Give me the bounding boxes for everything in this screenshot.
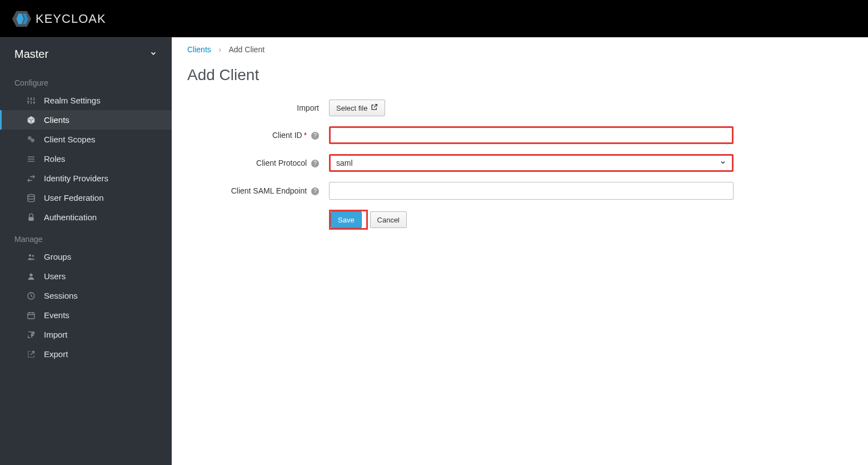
sidebar-item-label: Client Scopes [44, 135, 96, 144]
sidebar: Master Configure Realm Settings Clients … [0, 37, 172, 465]
form-row-saml-endpoint: Client SAML Endpoint ? [187, 182, 852, 200]
brand-name: KEYCLOAK [36, 12, 106, 26]
sidebar-item-label: Events [44, 310, 69, 320]
svg-point-22 [32, 255, 34, 256]
database-icon [26, 194, 36, 202]
sidebar-item-label: Clients [44, 115, 69, 125]
svg-point-21 [29, 254, 31, 256]
breadcrumb-parent-link[interactable]: Clients [187, 45, 211, 54]
top-header: KEYCLOAK [0, 0, 868, 37]
breadcrumb-current: Add Client [228, 45, 265, 54]
save-highlight: Save [329, 210, 368, 230]
import-label: Import [187, 103, 329, 112]
saml-endpoint-input[interactable] [329, 182, 734, 200]
main-content: Clients › Add Client Add Client Import S… [172, 37, 868, 465]
sidebar-item-roles[interactable]: Roles [0, 149, 172, 169]
help-icon[interactable]: ? [311, 160, 319, 167]
sidebar-item-identity-providers[interactable]: Identity Providers [0, 169, 172, 188]
brand-logo[interactable]: KEYCLOAK [11, 8, 106, 29]
sidebar-section-configure: Configure [0, 71, 172, 91]
sidebar-item-label: Groups [44, 252, 71, 261]
save-button[interactable]: Save [331, 211, 362, 228]
sidebar-item-export[interactable]: Export [0, 344, 172, 364]
sidebar-item-import[interactable]: Import [0, 325, 172, 344]
sidebar-item-realm-settings[interactable]: Realm Settings [0, 91, 172, 110]
page-title: Add Client [187, 66, 852, 84]
exchange-icon [26, 174, 36, 183]
sidebar-item-label: Users [44, 271, 66, 281]
chevron-down-icon [149, 50, 157, 59]
sidebar-item-label: Sessions [44, 291, 78, 300]
breadcrumb: Clients › Add Client [187, 45, 852, 54]
svg-rect-25 [28, 313, 34, 319]
sidebar-item-user-federation[interactable]: User Federation [0, 188, 172, 207]
help-icon[interactable]: ? [311, 132, 319, 140]
select-file-button[interactable]: Select file [329, 100, 385, 116]
svg-point-13 [31, 138, 34, 142]
sidebar-item-label: Authentication [44, 212, 97, 222]
form-row-client-protocol: Client Protocol ? saml [187, 154, 852, 172]
svg-point-19 [28, 194, 34, 196]
lock-icon [26, 213, 36, 222]
svg-line-32 [31, 351, 34, 354]
sidebar-item-label: Import [44, 330, 68, 339]
client-protocol-select[interactable]: saml [329, 154, 734, 172]
list-icon [26, 155, 36, 164]
user-icon [26, 272, 36, 281]
external-file-icon [371, 103, 378, 112]
svg-rect-20 [28, 217, 33, 221]
sidebar-item-users[interactable]: Users [0, 266, 172, 286]
export-icon [26, 350, 36, 359]
sliders-icon [26, 96, 36, 105]
sidebar-item-label: User Federation [44, 193, 104, 202]
client-id-label: Client ID* ? [187, 131, 329, 140]
realm-selector[interactable]: Master [0, 38, 172, 71]
form-row-import: Import Select file [187, 100, 852, 116]
svg-line-33 [374, 105, 377, 107]
sidebar-item-label: Export [44, 349, 68, 359]
calendar-icon [26, 311, 36, 320]
sidebar-item-label: Realm Settings [44, 96, 101, 105]
sidebar-section-manage: Manage [0, 227, 172, 247]
svg-point-23 [29, 273, 32, 276]
sidebar-item-label: Identity Providers [44, 174, 108, 183]
sidebar-item-sessions[interactable]: Sessions [0, 286, 172, 305]
scopes-icon [26, 135, 36, 144]
realm-name: Master [14, 48, 48, 61]
sidebar-item-label: Roles [44, 154, 65, 164]
form-row-actions: Save Cancel [187, 210, 852, 230]
keycloak-logo-icon [11, 8, 32, 29]
form-row-client-id: Client ID* ? [187, 126, 852, 144]
sidebar-item-client-scopes[interactable]: Client Scopes [0, 130, 172, 149]
breadcrumb-separator-icon: › [219, 45, 222, 54]
sidebar-item-groups[interactable]: Groups [0, 247, 172, 266]
sidebar-item-clients[interactable]: Clients [0, 110, 172, 130]
cube-icon [26, 116, 36, 125]
clock-icon [26, 291, 36, 300]
svg-point-12 [28, 136, 32, 140]
saml-endpoint-label: Client SAML Endpoint ? [187, 186, 329, 195]
cancel-button[interactable]: Cancel [370, 211, 407, 228]
client-protocol-label: Client Protocol ? [187, 159, 329, 167]
client-id-input[interactable] [329, 126, 734, 144]
chevron-down-icon [720, 159, 726, 167]
sidebar-item-events[interactable]: Events [0, 305, 172, 325]
group-icon [26, 253, 36, 261]
help-icon[interactable]: ? [311, 187, 319, 195]
select-file-label: Select file [336, 104, 367, 112]
client-protocol-value: saml [336, 159, 353, 167]
import-icon [26, 330, 36, 339]
sidebar-item-authentication[interactable]: Authentication [0, 207, 172, 227]
